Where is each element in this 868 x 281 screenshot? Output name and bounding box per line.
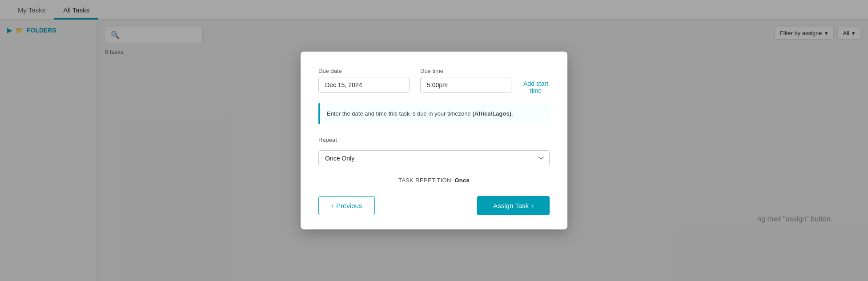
assign-label: Assign Task [493,202,529,209]
timezone-info-box: Enter the date and time this task is due… [318,103,550,124]
due-date-input[interactable] [318,77,410,93]
task-repetition-value: Once [454,177,470,184]
add-start-time-button[interactable]: Add start time [522,80,550,94]
chevron-right-icon: › [531,202,534,209]
assign-task-modal: Due date Due time Add start time Enter t… [301,52,567,230]
modal-overlay: Due date Due time Add start time Enter t… [0,0,868,281]
due-time-input[interactable] [420,77,511,93]
due-time-group: Due time [420,68,511,94]
chevron-left-icon: ‹ [331,202,334,209]
task-repetition-label: TASK REPETITION: [398,177,454,184]
info-text-bold: (Africa/Lagos). [472,110,513,117]
previous-button[interactable]: ‹ Previous [318,196,375,215]
due-date-label: Due date [318,68,410,74]
due-time-label: Due time [420,68,511,74]
repeat-label: Repeat [318,136,550,143]
previous-label: Previous [336,202,362,209]
repeat-group: Repeat Once Only Daily Weekly Monthly Ye… [318,136,550,166]
modal-footer: ‹ Previous Assign Task › [318,196,550,215]
assign-task-button[interactable]: Assign Task › [477,196,550,215]
due-date-group: Due date [318,68,410,94]
info-text-normal: Enter the date and time this task is due… [327,110,472,117]
repeat-select[interactable]: Once Only Daily Weekly Monthly Yearly [318,150,550,166]
date-time-row: Due date Due time Add start time [318,68,550,94]
task-repetition-row: TASK REPETITION: Once [318,177,550,184]
